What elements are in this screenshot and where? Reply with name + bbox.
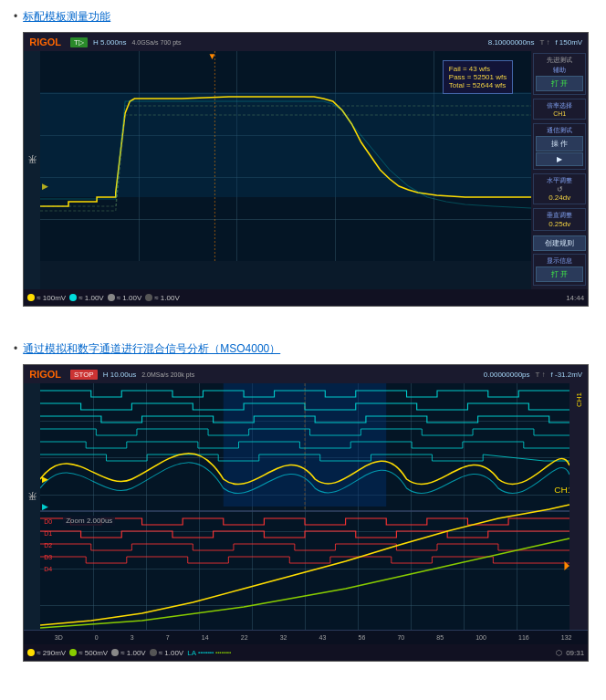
- scope2-time: ⬡ 09:31: [556, 649, 584, 657]
- xaxis-7: 7: [166, 634, 170, 641]
- panel-play-btn[interactable]: ▶: [536, 152, 583, 166]
- scope2-la-indicator: LA ▪▪▪▪▪▪▪▪ ▪▪▪▪▪▪▪▪: [187, 649, 231, 657]
- panel-ch-label: CH1: [536, 110, 583, 117]
- scope2-container: RIGOL STOP H 10.00us 2.0MSa/s 200k pts 0…: [23, 364, 589, 662]
- ch3-dot: [108, 294, 115, 301]
- panel-h-value: 0.24dv: [536, 193, 583, 202]
- usb-icon: ⬡: [556, 649, 562, 657]
- ch4-indicator: ≈ 1.00V: [145, 294, 180, 302]
- scope2-right-panel: CH1: [569, 383, 588, 630]
- xaxis-3: 3: [131, 634, 134, 641]
- trigger-arrow: ▼: [208, 51, 217, 61]
- scope2-xaxis: 3D 0 3 7 14 22 32 43 56 70 85 100 116 13…: [24, 630, 588, 644]
- panel-channel-select: 倍率选择 CH1: [533, 99, 586, 120]
- scope1-right-panel: 先进测试 辅助 打 开 倍率选择 CH1 通信测试 操 作 ▶ 水平调整: [531, 51, 588, 289]
- section2-item: • 通过模拟和数字通道进行混合信号分析（MSO4000） RIGOL STOP …: [14, 341, 592, 680]
- scope1-ylabel: 水平: [24, 51, 40, 289]
- xaxis-43: 43: [319, 634, 327, 641]
- panel-assist-label: 辅助: [536, 66, 583, 75]
- section1-link[interactable]: 标配模板测量功能: [23, 9, 110, 25]
- ch4-value: ≈ 1.00V: [154, 294, 180, 302]
- xaxis-70: 70: [397, 634, 404, 641]
- d3-label: D3: [44, 554, 52, 560]
- panel-comm-test: 通信测试 操 作 ▶: [533, 123, 586, 170]
- xaxis-22: 22: [241, 634, 248, 641]
- scope2-time-val: 09:31: [566, 649, 584, 657]
- scope2-ch4-dot: [150, 649, 157, 656]
- scope2-la-bits2: ▪▪▪▪▪▪▪▪: [215, 650, 231, 655]
- panel-h-adjust-label: 水平调整: [536, 176, 583, 185]
- ch1-value: ≈ 100mV: [37, 294, 66, 302]
- scope2-timediv: H 10.00us: [103, 371, 136, 379]
- scope1-waveform-info: Fail = 43 wfs Pass = 52501 wfs Total = 5…: [443, 60, 513, 94]
- scope2-ch3-value: ≈ 1.00V: [120, 649, 146, 657]
- scope2-ch1-label: CH1: [575, 392, 583, 407]
- scope2-waveform: CH1: [40, 383, 569, 630]
- panel-ch-select-label: 倍率选择: [536, 101, 583, 110]
- ch2-dot: [69, 294, 77, 301]
- xaxis-116: 116: [518, 634, 529, 641]
- ch3-value: ≈ 1.00V: [117, 294, 142, 302]
- scope1-time: 14:44: [566, 294, 584, 302]
- d4-label: D4: [44, 566, 52, 572]
- scope2-ch1-value: ≈ 290mV: [37, 649, 66, 657]
- scope2-ch4-value: ≈ 1.00V: [159, 649, 184, 657]
- section2-link[interactable]: 通过模拟和数字通道进行混合信号分析（MSO4000）: [23, 341, 280, 357]
- ch2-marker2: ▶: [42, 502, 48, 511]
- ch4-dot: [145, 294, 152, 301]
- section1-item: • 标配模板测量功能 RIGOL T▷ H 5.000ns 4.0GSa/s 7…: [14, 9, 592, 325]
- rigol-logo1: RIGOL: [29, 37, 61, 47]
- panel-v-adjust-label: 垂直调整: [536, 211, 583, 220]
- scope1-container: RIGOL T▷ H 5.000ns 4.0GSa/s 700 pts 8.10…: [23, 32, 589, 307]
- panel-show-open-btn[interactable]: 打 开: [536, 266, 583, 282]
- scope1-topbar: RIGOL T▷ H 5.000ns 4.0GSa/s 700 pts 8.10…: [24, 33, 588, 51]
- d0-label: D0: [44, 518, 52, 525]
- scope2-bottombar: ≈ 290mV ≈ 500mV ≈ 1.00V ≈ 1.00V LA ▪▪▪▪▪…: [24, 644, 588, 661]
- ch1-marker2: ▶: [42, 475, 48, 484]
- xaxis-30: 3D: [55, 634, 63, 641]
- scope1-voltage: f 150mV: [555, 38, 582, 47]
- scope2-ylabel: 水平: [24, 383, 40, 630]
- scope1-status: T▷: [70, 37, 88, 47]
- scope1-trigtime: 8.10000000ns: [488, 38, 535, 47]
- panel-operation-btn[interactable]: 操 作: [536, 136, 583, 151]
- xaxis-100: 100: [475, 634, 486, 641]
- svg-marker-6: [565, 561, 570, 570]
- scope2-ch2-value: ≈ 500mV: [78, 649, 108, 657]
- scope2-screen: CH1 ▶ ▶ Zoom 2.000us D0 D1 D2: [40, 383, 569, 630]
- scope2-ch3-indicator: ≈ 1.00V: [111, 649, 146, 657]
- panel-create-rule-btn[interactable]: 创建规则: [533, 235, 586, 251]
- scope2-main: 水平: [24, 383, 588, 630]
- rigol-logo2: RIGOL: [29, 369, 61, 380]
- scope2-zoom-label: Zoom 2.000us: [63, 516, 115, 526]
- scope2-la-label: LA: [187, 649, 196, 657]
- panel-open-btn1[interactable]: 打 开: [536, 76, 583, 91]
- d1-label: D1: [44, 530, 52, 537]
- scope1-samplerate: 4.0GSa/s 700 pts: [131, 39, 181, 46]
- panel-advanced-test: 先进测试 辅助 打 开: [533, 53, 586, 95]
- xaxis-14: 14: [202, 634, 209, 641]
- panel-h-adjust: 水平调整 ↺ 0.24dv: [533, 173, 586, 204]
- xaxis-132: 132: [561, 634, 572, 641]
- waveform-total: Total = 52644 wfs: [449, 81, 507, 89]
- xaxis-32: 32: [280, 634, 287, 641]
- svg-text:CH1: CH1: [554, 486, 569, 495]
- waveform-fail: Fail = 43 wfs: [449, 65, 507, 73]
- xaxis-56: 56: [358, 634, 365, 641]
- scope1-trigger-icon: T ↑: [539, 38, 549, 47]
- ch3-indicator: ≈ 1.00V: [108, 294, 142, 302]
- scope2-ch1-dot: [27, 649, 35, 656]
- ch1-dot: [27, 294, 35, 301]
- bullet1: •: [14, 9, 17, 25]
- panel-v-value: 0.25dv: [536, 220, 583, 228]
- scope2-ch4-indicator: ≈ 1.00V: [150, 649, 184, 657]
- panel-advanced-label: 先进测试: [536, 56, 583, 65]
- xaxis-85: 85: [436, 634, 444, 641]
- svg-rect-0: [40, 92, 531, 197]
- bullet2: •: [14, 341, 17, 357]
- scope2-ch1-indicator: ≈ 290mV: [27, 649, 66, 657]
- scope2-ch2-indicator: ≈ 500mV: [69, 649, 108, 657]
- xaxis-0: 0: [95, 634, 99, 641]
- scope2-samplerate: 2.0MSa/s 200k pts: [141, 371, 194, 378]
- scope1-bottombar: ≈ 100mV ≈ 1.00V ≈ 1.00V ≈ 1.00V 14:44: [24, 289, 588, 306]
